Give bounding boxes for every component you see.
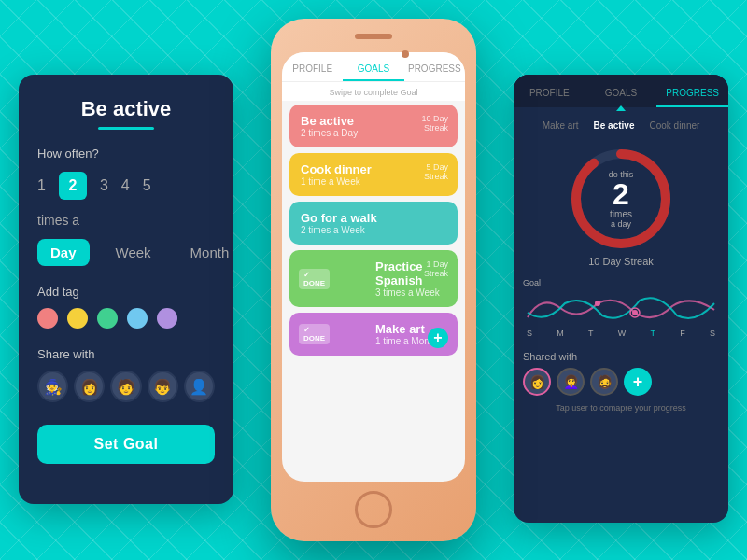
phone-container: PROFILE GOALS PROGRESS Swipe to complete… bbox=[271, 19, 476, 541]
freq-5[interactable]: 5 bbox=[143, 177, 151, 194]
tab-profile[interactable]: PROFILE bbox=[282, 60, 343, 81]
period-day[interactable]: Day bbox=[37, 239, 90, 266]
phone-tabs: PROFILE GOALS PROGRESS bbox=[282, 52, 465, 82]
chart-area: Goal S M T W T bbox=[514, 274, 728, 345]
goal-nav-make-art[interactable]: Make art bbox=[535, 120, 586, 131]
chart-goal-label: Goal bbox=[523, 278, 719, 287]
color-dot-blue[interactable] bbox=[127, 308, 148, 329]
right-tab-profile[interactable]: PROFILE bbox=[514, 84, 585, 107]
goal-cook-dinner-streak: 5 DayStreak bbox=[424, 162, 448, 181]
screens-container: Be active How often? 1 2 3 4 5 times a D… bbox=[0, 0, 747, 560]
times-a-label: times a bbox=[37, 213, 215, 228]
circle-times-label: times bbox=[609, 209, 634, 219]
freq-3[interactable]: 3 bbox=[100, 177, 108, 194]
color-dot-green[interactable] bbox=[97, 308, 118, 329]
right-avatars: 👩 👩‍🦱 🧔 + bbox=[523, 368, 719, 396]
add-goal-button[interactable]: + bbox=[428, 328, 448, 348]
left-title: Be active bbox=[37, 97, 215, 121]
chart-svg bbox=[523, 289, 719, 327]
add-tag-label: Add tag bbox=[37, 285, 215, 299]
streak-label: 10 Day Streak bbox=[514, 256, 728, 267]
right-avatar-3[interactable]: 🧔 bbox=[590, 368, 618, 396]
day-s1: S bbox=[527, 329, 532, 338]
goal-walk-title: Go for a walk bbox=[301, 211, 446, 225]
day-f: F bbox=[680, 329, 685, 338]
goal-indicator-arrow bbox=[616, 105, 626, 111]
period-week[interactable]: Week bbox=[103, 239, 164, 266]
right-avatar-add[interactable]: + bbox=[624, 368, 652, 396]
goal-spanish[interactable]: ✓DONE Practice Spanish 3 times a Week 1 … bbox=[289, 250, 458, 307]
done-badge-art: ✓DONE bbox=[299, 324, 330, 344]
goal-cook-dinner[interactable]: Cook dinner 1 time a Week 5 DayStreak bbox=[289, 153, 458, 196]
tab-progress[interactable]: PROGRESS bbox=[404, 60, 465, 81]
goal-walk-sub: 2 times a Week bbox=[301, 225, 446, 235]
day-m: M bbox=[557, 329, 564, 338]
goal-spanish-sub: 3 times a Week bbox=[338, 287, 446, 298]
goal-spanish-streak: 1 DayStreak bbox=[424, 259, 448, 278]
phone-camera bbox=[402, 50, 409, 58]
tab-goals[interactable]: GOALS bbox=[343, 60, 403, 81]
phone-outer: PROFILE GOALS PROGRESS Swipe to complete… bbox=[271, 19, 476, 541]
freq-1[interactable]: 1 bbox=[37, 177, 46, 194]
phone-home-button[interactable] bbox=[355, 491, 392, 528]
right-avatar-2[interactable]: 👩‍🦱 bbox=[557, 368, 585, 396]
goal-be-active-streak: 10 DayStreak bbox=[421, 114, 448, 133]
circle-big-number: 2 bbox=[609, 179, 634, 209]
goal-be-active[interactable]: Be active 2 times a Day 10 DayStreak bbox=[289, 105, 458, 147]
left-avatars: 🧙 👩 🧑 👦 👤 bbox=[37, 371, 215, 402]
right-tab-progress[interactable]: PROGRESS bbox=[656, 84, 728, 107]
shared-with-label: Shared with bbox=[523, 351, 719, 362]
color-dot-purple[interactable] bbox=[157, 308, 177, 329]
day-w: W bbox=[618, 329, 627, 338]
left-panel: Be active How often? 1 2 3 4 5 times a D… bbox=[19, 75, 233, 504]
phone-speaker bbox=[355, 34, 392, 39]
freq-4[interactable]: 4 bbox=[121, 177, 130, 194]
goal-nav-be-active[interactable]: Be active bbox=[586, 120, 642, 131]
svg-point-3 bbox=[632, 310, 638, 315]
done-badge-spanish: ✓DONE bbox=[299, 269, 330, 289]
day-t1: T bbox=[588, 329, 594, 338]
freq-2[interactable]: 2 bbox=[59, 172, 87, 200]
day-s2: S bbox=[710, 329, 715, 338]
swipe-hint: Swipe to complete Goal bbox=[282, 82, 465, 101]
title-underline bbox=[98, 127, 154, 130]
circle-content: do this 2 times a day bbox=[609, 170, 634, 229]
period-buttons: Day Week Month bbox=[37, 239, 215, 266]
circle-a-day-label: a day bbox=[609, 219, 634, 229]
wavy-chart bbox=[523, 289, 719, 327]
color-dot-red[interactable] bbox=[37, 308, 58, 329]
goal-walk[interactable]: Go for a walk 2 times a Week bbox=[289, 202, 458, 245]
right-panel: PROFILE GOALS PROGRESS Make art Be activ… bbox=[514, 75, 728, 523]
right-avatar-1[interactable]: 👩 bbox=[523, 368, 551, 396]
avatar-5[interactable]: 👤 bbox=[184, 371, 215, 402]
day-labels: S M T W T F S bbox=[523, 327, 719, 340]
right-tabs: PROFILE GOALS PROGRESS bbox=[514, 75, 728, 107]
share-label: Share with bbox=[37, 347, 215, 361]
phone-screen: PROFILE GOALS PROGRESS Swipe to complete… bbox=[282, 52, 465, 482]
goal-nav-cook-dinner[interactable]: Cook dinner bbox=[641, 120, 707, 131]
color-dots bbox=[37, 308, 215, 329]
tap-compare-label: Tap user to comapre your progress bbox=[523, 399, 719, 416]
avatar-3[interactable]: 🧑 bbox=[110, 371, 141, 402]
progress-circle: do this 2 times a day bbox=[570, 147, 672, 250]
goal-make-art[interactable]: ✓DONE Make art 1 time a Month + bbox=[289, 313, 458, 356]
progress-circle-area: do this 2 times a day bbox=[514, 138, 728, 256]
goals-list: Be active 2 times a Day 10 DayStreak Coo… bbox=[282, 101, 465, 359]
day-t2: T bbox=[650, 329, 655, 338]
shared-with-section: Shared with 👩 👩‍🦱 🧔 + Tap user to comapr… bbox=[514, 345, 728, 418]
avatar-4[interactable]: 👦 bbox=[148, 371, 178, 402]
right-goal-nav: Make art Be active Cook dinner bbox=[514, 113, 728, 138]
period-month[interactable]: Month bbox=[177, 239, 243, 266]
right-tab-goals[interactable]: GOALS bbox=[585, 84, 657, 107]
avatar-2[interactable]: 👩 bbox=[74, 371, 105, 402]
how-often-label: How often? bbox=[37, 147, 215, 161]
frequency-numbers: 1 2 3 4 5 bbox=[37, 172, 215, 200]
avatar-1[interactable]: 🧙 bbox=[37, 371, 68, 402]
color-dot-yellow[interactable] bbox=[67, 308, 88, 329]
svg-point-2 bbox=[595, 301, 600, 306]
set-goal-button[interactable]: Set Goal bbox=[37, 425, 215, 464]
